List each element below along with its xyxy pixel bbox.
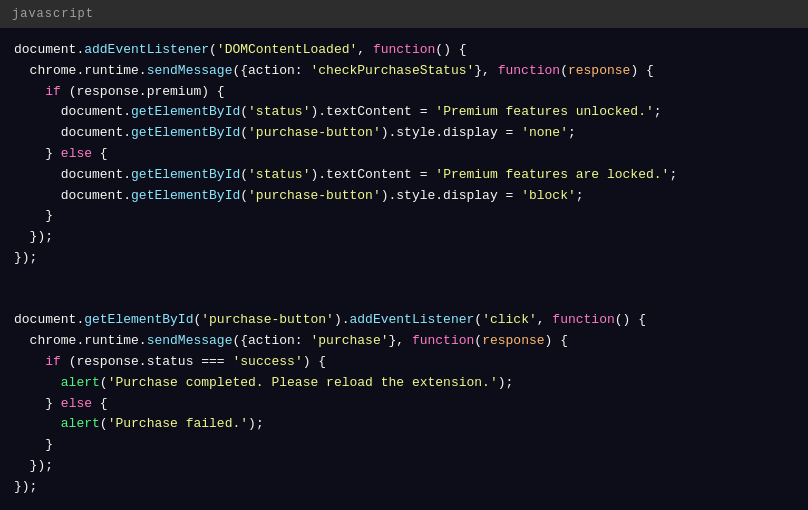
code-line-10: }); — [14, 227, 794, 248]
code-line-3: if (response.premium) { — [14, 82, 794, 103]
code-editor: document.addEventListener('DOMContentLoa… — [0, 28, 808, 510]
code-line-4: document.getElementById('status').textCo… — [14, 102, 794, 123]
code-line-7: document.getElementById('status').textCo… — [14, 165, 794, 186]
code-line-1: document.addEventListener('DOMContentLoa… — [14, 40, 794, 61]
code-line-20: }); — [14, 456, 794, 477]
code-line-5: document.getElementById('purchase-button… — [14, 123, 794, 144]
code-line-11: }); — [14, 248, 794, 269]
header-bar: javascript — [0, 0, 808, 28]
code-line-8: document.getElementById('purchase-button… — [14, 186, 794, 207]
code-line-empty-2 — [14, 290, 794, 311]
code-line-18: alert('Purchase failed.'); — [14, 414, 794, 435]
code-line-9: } — [14, 206, 794, 227]
code-line-14: chrome.runtime.sendMessage({action: 'pur… — [14, 331, 794, 352]
code-line-19: } — [14, 435, 794, 456]
code-line-15: if (response.status === 'success') { — [14, 352, 794, 373]
code-line-17: } else { — [14, 394, 794, 415]
code-line-empty-1 — [14, 269, 794, 290]
code-line-21: }); — [14, 477, 794, 498]
code-line-16: alert('Purchase completed. Please reload… — [14, 373, 794, 394]
code-line-2: chrome.runtime.sendMessage({action: 'che… — [14, 61, 794, 82]
code-line-13: document.getElementById('purchase-button… — [14, 310, 794, 331]
language-label: javascript — [12, 7, 94, 21]
code-line-6: } else { — [14, 144, 794, 165]
